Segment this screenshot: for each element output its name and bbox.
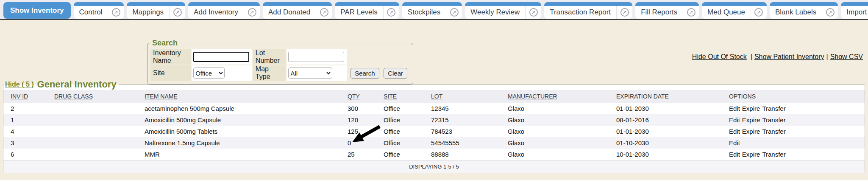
tab-bar: Show Inventory Control ↗ Mappings ↗ Add … [0, 0, 868, 20]
tab-fill-reports[interactable]: Fill Reports ↗ [635, 2, 699, 19]
tab-par-levels[interactable]: PAR Levels ↗ [335, 2, 399, 19]
column-header-item-name[interactable]: ITEM NAME [145, 93, 178, 100]
external-link-icon[interactable]: ↗ [446, 6, 462, 19]
edit-link[interactable]: Edit [729, 116, 740, 124]
inventory-name-input[interactable] [193, 52, 249, 62]
lot-number-input[interactable] [288, 52, 344, 62]
column-header-lot[interactable]: LOT [431, 93, 442, 100]
external-link-icon[interactable]: ↗ [525, 6, 541, 19]
search-button[interactable]: Search [351, 68, 379, 79]
search-panel-title: Search [150, 39, 180, 48]
cell-qty: 300 [340, 103, 376, 114]
tab-import[interactable]: Import ↗ [841, 2, 868, 19]
external-link-icon[interactable]: ↗ [616, 6, 632, 19]
table-row: 2 acetaminophen 500mg Capsule 300 Office… [3, 103, 865, 114]
cell-manufacturer: Glaxo [501, 137, 609, 149]
transfer-link[interactable]: Transfer [762, 151, 785, 158]
tab-med-queue[interactable]: Med Queue ↗ [702, 2, 767, 19]
cell-item-name: Naltrexone 1.5mg Capsule [137, 137, 340, 149]
cell-options: EditExpireTransfer [722, 114, 865, 126]
tab-transaction-report[interactable]: Transaction Report ↗ [544, 2, 632, 19]
cell-item-name: Amoxicillin 500mg Tablets [137, 126, 340, 137]
external-link-icon[interactable]: ↗ [751, 6, 767, 19]
tab-show-inventory[interactable]: Show Inventory [3, 2, 71, 19]
cell-inv-id: 4 [3, 126, 47, 137]
tab-accent-bar [635, 2, 699, 6]
cell-lot: 12345 [424, 103, 501, 114]
tab-accent-bar [702, 2, 767, 6]
tab-accent-bar [544, 2, 632, 6]
tab-weekly-review[interactable]: Weekly Review ↗ [465, 2, 541, 19]
clear-button[interactable]: Clear [384, 68, 407, 79]
table-row: 6 MMR 25 Office 88888 Glaxo 10-01-2030 E… [3, 149, 865, 160]
cell-lot: 88888 [424, 149, 501, 160]
map-type-select[interactable]: All [288, 68, 332, 79]
edit-link[interactable]: Edit [729, 105, 740, 112]
column-header-site[interactable]: SITE [384, 93, 397, 100]
cell-inv-id: 6 [3, 149, 47, 160]
inventory-name-label: Inventory Name [150, 49, 191, 65]
edit-link[interactable]: Edit [729, 139, 740, 146]
external-link-icon[interactable]: ↗ [316, 6, 332, 19]
tab-blank-labels[interactable]: Blank Labels ↗ [770, 2, 838, 19]
tab-accent-bar [127, 2, 185, 6]
hide-section-link[interactable]: Hide ( 5 ) [5, 81, 34, 88]
tab-label: Stockpiles [402, 8, 446, 17]
expire-link[interactable]: Expire [742, 105, 760, 112]
cell-options: Edit [722, 137, 865, 149]
external-link-icon[interactable]: ↗ [683, 6, 699, 19]
main-content: Search Inventory Name Lot Number Site Of… [0, 20, 868, 180]
tab-label: Weekly Review [465, 8, 525, 17]
link-separator: | [826, 53, 828, 60]
column-header-manufacturer[interactable]: MANUFACTURER [508, 93, 557, 100]
external-link-icon[interactable]: ↗ [822, 6, 838, 19]
link-separator: | [751, 53, 752, 60]
expire-link[interactable]: Expire [742, 116, 760, 124]
cell-qty: 120 [340, 114, 376, 126]
table-row: 1 Amoxicillin 500mg Capsule 120 Office 7… [3, 114, 865, 126]
table-row: 3 Naltrexone 1.5mg Capsule 0 Office 5454… [3, 137, 865, 149]
column-header-inv-id[interactable]: INV ID [11, 93, 28, 100]
show-patient-inventory-link[interactable]: Show Patient Inventory [754, 53, 824, 60]
cell-site: Office [376, 149, 424, 160]
transfer-link[interactable]: Transfer [762, 128, 785, 135]
cell-qty: 25 [340, 149, 376, 160]
tab-mappings[interactable]: Mappings ↗ [127, 2, 185, 19]
cell-options: EditExpireTransfer [722, 149, 865, 160]
edit-link[interactable]: Edit [729, 151, 740, 158]
expire-link[interactable]: Expire [742, 151, 760, 158]
external-link-icon[interactable]: ↗ [108, 6, 124, 19]
expire-link[interactable]: Expire [742, 128, 760, 135]
cell-lot: 54545555 [424, 137, 501, 149]
tab-accent-bar [263, 2, 332, 6]
transfer-link[interactable]: Transfer [762, 116, 785, 124]
column-header-qty[interactable]: QTY [348, 93, 360, 100]
tab-accent-bar [335, 2, 399, 6]
show-csv-link[interactable]: Show CSV [830, 53, 863, 60]
tab-stockpiles[interactable]: Stockpiles ↗ [402, 2, 462, 19]
cell-drug-class [47, 114, 137, 126]
tab-label: Blank Labels [770, 8, 822, 17]
site-select[interactable]: Office [193, 68, 225, 79]
map-type-label: Map Type [253, 65, 286, 81]
cell-inv-id: 2 [3, 103, 47, 114]
tab-add-donated[interactable]: Add Donated ↗ [263, 2, 332, 19]
column-header-drug-class[interactable]: DRUG CLASS [54, 93, 93, 100]
cell-inv-id: 3 [3, 137, 47, 149]
tab-add-inventory[interactable]: Add Inventory ↗ [188, 2, 260, 19]
tab-control[interactable]: Control ↗ [74, 2, 124, 19]
view-links: Hide Out Of Stock|Show Patient Inventory… [692, 53, 863, 61]
external-link-icon[interactable]: ↗ [244, 6, 260, 19]
cell-lot: 72315 [424, 114, 501, 126]
tab-label: Med Queue [702, 8, 751, 17]
edit-link[interactable]: Edit [729, 128, 740, 135]
tab-label: Fill Reports [635, 8, 683, 17]
table-header-row: INV ID DRUG CLASS ITEM NAME QTY SITE LOT… [3, 90, 865, 103]
external-link-icon[interactable]: ↗ [169, 6, 185, 19]
hide-out-of-stock-link[interactable]: Hide Out Of Stock [692, 53, 747, 60]
cell-manufacturer: Glaxo [501, 126, 609, 137]
tab-accent-bar [841, 2, 868, 6]
transfer-link[interactable]: Transfer [762, 105, 785, 112]
external-link-icon[interactable]: ↗ [383, 6, 399, 19]
site-label: Site [150, 65, 191, 81]
